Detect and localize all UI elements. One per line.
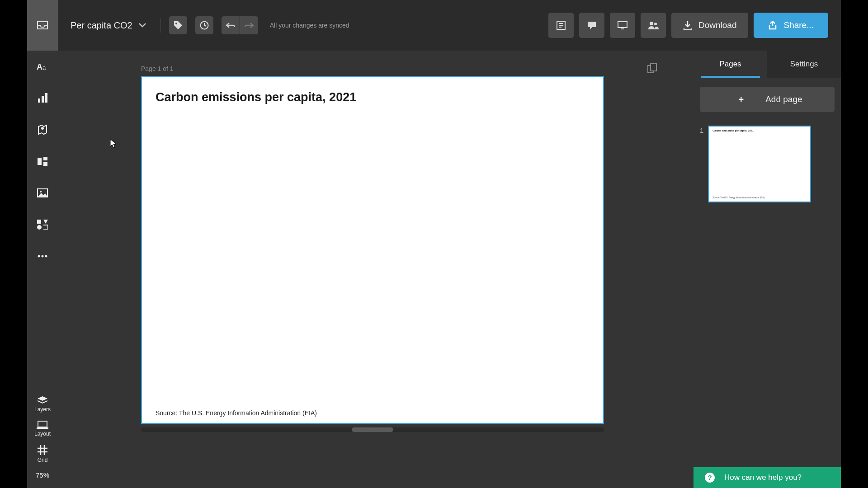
map-tool[interactable]: [36, 123, 49, 136]
help-bar[interactable]: ? How can we help you?: [693, 467, 841, 488]
people-icon: [648, 21, 659, 30]
svg-rect-21: [618, 22, 627, 28]
brand-tile[interactable]: [27, 0, 58, 51]
svg-rect-2: [38, 99, 40, 103]
chevron-down-icon: [139, 23, 146, 28]
grid-label: Grid: [38, 457, 48, 463]
tab-settings-label: Settings: [790, 60, 818, 69]
svg-point-12: [37, 225, 42, 230]
thumb-title: Carbon emissions per capita, 2021: [712, 129, 753, 132]
tab-settings[interactable]: Settings: [767, 51, 841, 78]
svg-rect-16: [38, 421, 47, 427]
source-label: Source: [156, 409, 175, 417]
topbar: Per capita CO2 All your changes are sync…: [58, 0, 841, 51]
share-label: Share...: [783, 20, 814, 30]
tab-pages[interactable]: Pages: [693, 51, 767, 78]
svg-rect-17: [37, 427, 48, 429]
project-name-dropdown[interactable]: Per capita CO2: [71, 20, 152, 31]
share-button[interactable]: Share...: [754, 13, 828, 38]
duplicate-page-button[interactable]: [647, 63, 657, 73]
canvas-page[interactable]: Carbon emissions per capita, 2021 Source…: [141, 76, 604, 424]
comment-button[interactable]: [579, 13, 604, 38]
download-button[interactable]: Download: [671, 13, 749, 38]
canvas-title[interactable]: Carbon emissions per capita, 2021: [156, 90, 356, 104]
sidebar-tools: Aa: [36, 51, 49, 263]
chart-tool[interactable]: [36, 91, 49, 105]
sidebar-bottom: Layers Layout Grid 75%: [34, 396, 51, 488]
page-number: 1: [700, 126, 703, 134]
device-icon: [37, 421, 48, 429]
download-label: Download: [698, 20, 737, 30]
tag-icon: [174, 21, 183, 30]
more-tool[interactable]: [36, 249, 49, 263]
redo-button[interactable]: [240, 16, 258, 34]
image-icon: [37, 188, 48, 197]
chart-icon: [38, 93, 47, 103]
layout-button[interactable]: Layout: [34, 421, 51, 437]
plus-icon: +: [738, 94, 744, 105]
page-thumbnail[interactable]: Carbon emissions per capita, 2021 Source…: [708, 126, 811, 202]
svg-point-18: [175, 23, 177, 24]
svg-text:A: A: [37, 62, 42, 71]
text-tool[interactable]: Aa: [36, 60, 49, 73]
map-pin-icon: [38, 124, 47, 136]
svg-point-13: [38, 255, 40, 258]
copy-icon: [647, 63, 657, 73]
help-icon: ?: [704, 472, 715, 483]
svg-text:a: a: [42, 64, 46, 71]
present-button[interactable]: [610, 13, 635, 38]
svg-rect-4: [45, 93, 47, 103]
add-page-button[interactable]: + Add page: [700, 87, 835, 112]
svg-rect-11: [37, 220, 41, 224]
svg-rect-25: [651, 64, 656, 71]
page-indicator: Page 1 of 1: [141, 65, 174, 72]
layout-tool[interactable]: [36, 155, 49, 168]
toolbar-right: Download Share...: [548, 13, 828, 38]
horizontal-scrollbar[interactable]: [141, 427, 604, 432]
zoom-level[interactable]: 75%: [36, 471, 49, 479]
grid-icon: [38, 445, 47, 455]
add-page-label: Add page: [765, 94, 802, 104]
canvas-area: Page 1 of 1 Carbon emissions per capita,…: [58, 51, 693, 488]
shapes-tool[interactable]: [36, 218, 49, 231]
svg-point-5: [41, 127, 44, 130]
layers-button[interactable]: Layers: [34, 396, 51, 413]
undo-button[interactable]: [222, 16, 240, 34]
undo-redo-group: [222, 16, 258, 34]
history-button[interactable]: [195, 16, 213, 34]
svg-rect-3: [42, 96, 44, 103]
undo-icon: [226, 22, 236, 28]
right-panel: Pages Settings + Add page 1 Carbon emiss…: [693, 51, 841, 488]
svg-point-14: [42, 255, 44, 258]
svg-rect-6: [38, 158, 42, 165]
svg-point-10: [40, 191, 42, 192]
cursor-icon: [110, 139, 117, 149]
image-tool[interactable]: [36, 186, 49, 200]
left-sidebar: Aa Layers Layout Grid: [27, 0, 58, 488]
shapes-icon: [37, 220, 48, 230]
notes-button[interactable]: [548, 13, 574, 38]
grid-button[interactable]: Grid: [38, 445, 48, 463]
sync-status: All your changes are synced: [270, 22, 349, 29]
right-panel-body: + Add page 1 Carbon emissions per capita…: [693, 78, 841, 488]
scrollbar-thumb[interactable]: [352, 427, 393, 432]
vdivider: [160, 18, 161, 33]
svg-point-22: [650, 22, 653, 25]
download-icon: [683, 20, 692, 30]
svg-text:?: ?: [708, 474, 712, 481]
columns-icon: [38, 157, 47, 166]
redo-icon: [244, 22, 254, 28]
collaborators-button[interactable]: [641, 13, 666, 38]
layers-label: Layers: [34, 406, 51, 413]
svg-rect-8: [43, 162, 47, 166]
canvas-source[interactable]: Source: The U.S. Energy Information Admi…: [156, 409, 317, 417]
help-label: How can we help you?: [724, 473, 802, 482]
tag-button[interactable]: [169, 16, 187, 34]
clock-icon: [200, 21, 209, 30]
source-text: : The U.S. Energy Information Administra…: [175, 409, 317, 417]
svg-rect-7: [43, 157, 47, 160]
monitor-icon: [617, 21, 628, 30]
main-area: Page 1 of 1 Carbon emissions per capita,…: [58, 51, 841, 488]
more-icon: [38, 255, 47, 258]
share-icon: [768, 21, 777, 30]
